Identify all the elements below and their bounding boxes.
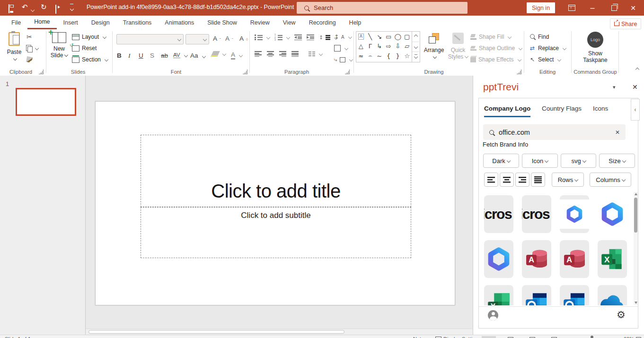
slide-thumbnail[interactable]	[16, 88, 76, 116]
tab-company-logo[interactable]: Company Logo	[484, 105, 530, 117]
search-box[interactable]: Search	[297, 2, 468, 14]
italic-button[interactable]: I	[128, 52, 131, 60]
tab-design[interactable]: Design	[85, 16, 116, 29]
zoom-level[interactable]: 60%	[624, 336, 634, 338]
logo-tile-onedrive[interactable]	[598, 285, 627, 305]
logo-tile-access[interactable]: A	[560, 240, 589, 278]
tab-animations[interactable]: Animations	[158, 16, 201, 29]
quick-styles-button[interactable]: Quick Styles	[447, 30, 469, 68]
shape-textbox[interactable]: A	[358, 34, 364, 40]
taskpane-close-icon[interactable]: ✕	[632, 83, 638, 91]
shape-star[interactable]: ☆	[404, 52, 410, 60]
brand-search-input[interactable]: office.com ✕	[483, 124, 626, 140]
justify-button[interactable]	[291, 51, 299, 57]
logo-tile-access[interactable]: A	[522, 240, 551, 278]
shapes-more-icon[interactable]	[412, 52, 419, 62]
ribbon-display-options-icon[interactable]	[561, 0, 582, 16]
format-dropdown[interactable]: svg	[561, 154, 596, 168]
logo-tile-outlook[interactable]	[522, 285, 551, 305]
theme-dropdown[interactable]: Dark	[483, 154, 519, 168]
shape-elbow-arrow[interactable]: ↳	[377, 43, 382, 50]
shapes-scroll-down-icon[interactable]	[412, 42, 419, 52]
tab-country-flags[interactable]: Country Flags	[542, 105, 582, 116]
undo-icon[interactable]: ↶	[22, 3, 28, 11]
text-direction-button[interactable]: ↕A	[334, 34, 352, 40]
type-dropdown[interactable]: Icon	[522, 154, 558, 168]
shape-left-brace[interactable]: {	[387, 52, 390, 60]
copy-button[interactable]	[26, 45, 38, 51]
align-left-button[interactable]	[484, 173, 498, 187]
bold-button[interactable]: B	[117, 52, 122, 59]
display-settings-toggle[interactable]: Display Settings	[435, 336, 481, 338]
undo-dropdown-icon[interactable]	[29, 6, 34, 14]
tab-icons[interactable]: Icons	[593, 105, 608, 116]
character-spacing-button[interactable]: AV	[173, 52, 187, 58]
tab-insert[interactable]: Insert	[57, 16, 85, 29]
layout-button[interactable]: Layout	[72, 34, 106, 40]
logo-tile-excel[interactable]: X	[598, 240, 627, 278]
shape-line[interactable]: ╲	[368, 33, 372, 40]
rows-dropdown[interactable]: Rows	[552, 173, 584, 187]
increase-indent-button[interactable]	[307, 35, 314, 40]
show-taskpane-button[interactable]: Logo Show Taskpane	[581, 30, 610, 68]
clipboard-dialog-launcher-icon[interactable]	[39, 69, 44, 74]
shrink-font-button[interactable]: Aˇ	[225, 35, 233, 42]
shape-elbow[interactable]: Γ	[369, 43, 372, 50]
fit-slide-button[interactable]	[636, 336, 643, 338]
grow-font-button[interactable]: Aˆ	[213, 35, 221, 42]
shape-scribble[interactable]: ≈	[358, 52, 363, 60]
numbering-button[interactable]	[274, 35, 290, 40]
tab-help[interactable]: Help	[343, 16, 368, 29]
customize-qat-icon[interactable]	[70, 4, 73, 13]
drawing-dialog-launcher-icon[interactable]	[517, 69, 521, 74]
align-text-button[interactable]	[334, 45, 348, 52]
tab-review[interactable]: Review	[244, 16, 276, 29]
title-placeholder[interactable]: Click to add title	[141, 135, 411, 207]
strikethrough-button[interactable]: ab	[161, 52, 168, 59]
font-size-combo[interactable]	[185, 34, 209, 44]
shape-arrow[interactable]: ↘	[377, 33, 382, 40]
logo-tile-outlook[interactable]	[560, 285, 589, 305]
logo-tile-microsoft365[interactable]	[598, 195, 627, 233]
shape-triangle[interactable]: △	[359, 43, 363, 50]
subtitle-placeholder[interactable]: Click to add subtitle	[141, 207, 411, 258]
close-icon[interactable]: ✕	[622, 0, 644, 16]
collapse-ribbon-icon[interactable]	[634, 68, 639, 71]
shapes-scroll-up-icon[interactable]	[412, 32, 419, 42]
align-right-button[interactable]	[515, 173, 529, 187]
taskpane-collapse-button[interactable]: ‹	[631, 99, 640, 121]
shadow-button[interactable]: S	[150, 52, 154, 59]
shape-arc[interactable]: ⌢	[368, 52, 372, 60]
shape-rounded-rectangle[interactable]: ▢	[404, 33, 410, 40]
logo-tile-microsoft-wordmark[interactable]: icros	[522, 195, 551, 233]
reset-button[interactable]: Reset	[72, 45, 97, 52]
logo-tile-microsoft365[interactable]	[560, 195, 589, 233]
format-painter-button[interactable]	[26, 57, 32, 62]
scroll-up-icon[interactable]	[635, 193, 637, 195]
fetch-brand-info-label[interactable]: Fetch Brand Info	[483, 141, 528, 148]
font-name-combo[interactable]	[116, 34, 184, 44]
shape-effects-button[interactable]: Shape Effects	[470, 56, 521, 63]
paste-button[interactable]: Paste	[4, 30, 25, 68]
normal-view-button[interactable]	[482, 336, 496, 338]
horizontal-scrollbar[interactable]	[86, 329, 473, 335]
select-button[interactable]: ↖Select	[529, 56, 561, 63]
shape-rectangle[interactable]: ▭	[386, 33, 391, 40]
align-right-button[interactable]	[279, 51, 286, 57]
scroll-down-icon[interactable]	[635, 302, 637, 304]
section-button[interactable]: Section	[72, 56, 108, 63]
shape-fill-button[interactable]: Shape Fill	[470, 34, 511, 40]
taskpane-scrollbar[interactable]	[634, 192, 638, 305]
cut-button[interactable]: ✂	[26, 33, 32, 41]
columns-dropdown[interactable]: Columns	[590, 173, 631, 187]
shape-curve[interactable]: ~	[377, 52, 382, 60]
shape-right-brace[interactable]: }	[396, 52, 400, 60]
align-center-button[interactable]	[500, 173, 514, 187]
justify-button[interactable]	[531, 173, 545, 187]
paragraph-dialog-launcher-icon[interactable]	[345, 69, 350, 74]
tab-file[interactable]: File	[5, 16, 27, 29]
bullets-button[interactable]	[255, 35, 270, 40]
settings-gear-icon[interactable]: ⚙	[617, 309, 626, 321]
columns-button[interactable]	[309, 51, 322, 57]
shape-right-arrow[interactable]: ⇨	[386, 43, 391, 50]
